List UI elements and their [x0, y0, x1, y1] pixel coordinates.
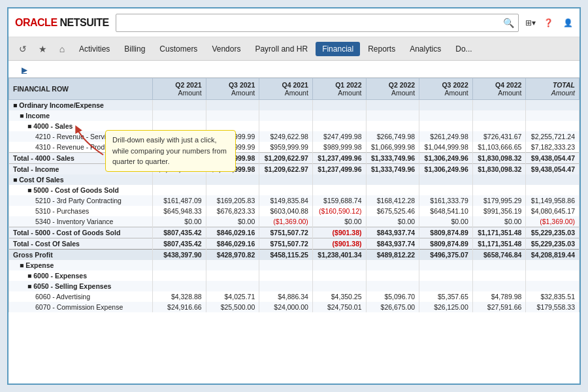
- row-value: [312, 260, 366, 270]
- row-value: [259, 185, 313, 195]
- app-window: ORACLE NETSUITE 🔍 ⊞▾ ❓ 👤 ↺ ★ ⌂ Activitie…: [7, 7, 581, 385]
- row-value: $4,789.98: [472, 291, 526, 302]
- row-value: [419, 270, 473, 281]
- row-label[interactable]: 5340 - Inventory Variance: [9, 216, 153, 227]
- row-value: $1,237,499.96: [312, 153, 366, 164]
- row-value: $25,500.00: [206, 302, 259, 312]
- row-value: $1,209,622.97: [259, 153, 313, 164]
- row-label: ■ 5000 - Cost of Goods Sold: [9, 185, 153, 195]
- nav-billing[interactable]: Billing: [118, 42, 152, 56]
- row-value: $846,029.16: [206, 238, 259, 250]
- nav-star-icon[interactable]: ★: [33, 40, 52, 58]
- nav-customers[interactable]: Customers: [153, 42, 204, 56]
- row-value: [206, 185, 259, 195]
- row-value: $1,103,666.65: [472, 142, 526, 153]
- row-label: ■ Cost Of Sales: [9, 174, 153, 185]
- row-value: $1,830,098.32: [472, 153, 526, 164]
- row-value: [419, 121, 473, 131]
- row-value: $645,948.33: [153, 206, 206, 216]
- row-value: [526, 100, 580, 111]
- row-value: [153, 185, 206, 195]
- row-value: [206, 260, 259, 270]
- table-row: ■ 5000 - Cost of Goods Sold: [9, 185, 580, 195]
- nav-financial[interactable]: Financial: [316, 42, 360, 56]
- row-value: [206, 110, 259, 121]
- row-value: [312, 270, 366, 281]
- table-row: ■ Income: [9, 110, 580, 121]
- row-value: $4,208,819.44: [526, 250, 580, 261]
- row-label[interactable]: 6060 - Advertising: [9, 291, 153, 302]
- row-value: [419, 174, 473, 185]
- nav-vendors[interactable]: Vendors: [205, 42, 247, 56]
- help-button[interactable]: ❓: [544, 18, 555, 27]
- table-row: Total - Cost Of Sales$807,435.42$846,029…: [9, 238, 580, 250]
- row-value: $1,306,249.96: [419, 153, 473, 164]
- row-value: ($901.38): [312, 238, 366, 250]
- row-value: $809,874.89: [419, 227, 473, 238]
- row-value: $1,171,351.48: [472, 227, 526, 238]
- row-value: $149,835.84: [259, 195, 313, 206]
- row-value: $1,237,499.96: [312, 164, 366, 175]
- grid-icon: ⊞▾: [525, 18, 536, 27]
- row-value: [206, 270, 259, 281]
- row-value: $1,238,401.34: [312, 250, 366, 261]
- col-header-total: TOTALAmount: [526, 78, 580, 100]
- row-value: $658,746.84: [472, 250, 526, 261]
- row-value: $489,812.22: [366, 250, 419, 261]
- row-value: $751,507.72: [259, 238, 313, 250]
- view-detail-link[interactable]: ▶: [22, 66, 28, 74]
- row-label[interactable]: 5210 - 3rd Party Contracting: [9, 195, 153, 206]
- row-label: ■ Ordinary Income/Expense: [9, 100, 153, 111]
- table-container: Drill-down easily with just a click, whi…: [8, 78, 580, 384]
- row-value: [206, 174, 259, 185]
- row-value: [472, 270, 526, 281]
- nav-reports[interactable]: Reports: [361, 42, 402, 56]
- view-detail-icon: ▶: [22, 66, 27, 74]
- nav-payroll[interactable]: Payroll and HR: [248, 42, 314, 56]
- row-value: [259, 270, 313, 281]
- row-value: [419, 110, 473, 121]
- search-icon[interactable]: 🔍: [503, 18, 514, 28]
- row-value: $249,622.98: [259, 131, 313, 142]
- nav-activities[interactable]: Activities: [73, 42, 116, 56]
- row-value: $1,171,351.48: [472, 238, 526, 250]
- table-row: 5310 - Purchases$645,948.33$676,823.33$6…: [9, 206, 580, 216]
- row-label[interactable]: 5310 - Purchases: [9, 206, 153, 216]
- user-icon: 👤: [563, 18, 573, 27]
- row-value: [153, 281, 206, 291]
- search-bar[interactable]: 🔍: [116, 14, 519, 32]
- row-value: $4,886.34: [259, 291, 313, 302]
- row-value: [259, 281, 313, 291]
- col-header-row-label: FINANCIAL ROW: [9, 78, 153, 100]
- row-value: [472, 185, 526, 195]
- row-value: $9,438,054.47: [526, 153, 580, 164]
- row-value: $0.00: [419, 216, 473, 227]
- row-value: [206, 281, 259, 291]
- row-value: $807,435.42: [153, 238, 206, 250]
- nav-refresh-icon[interactable]: ↺: [14, 40, 32, 58]
- user-icon-button[interactable]: 👤: [563, 18, 573, 27]
- search-input[interactable]: [120, 18, 503, 27]
- row-value: $1,044,999.98: [419, 142, 473, 153]
- row-value: $26,125.00: [419, 302, 473, 312]
- grid-icon-button[interactable]: ⊞▾: [525, 18, 536, 27]
- row-value: [312, 100, 366, 111]
- row-label[interactable]: 6070 - Commission Expense: [9, 302, 153, 312]
- nav-more[interactable]: Do...: [449, 42, 478, 56]
- row-value: $1,306,249.96: [419, 164, 473, 175]
- row-value: $5,096.70: [366, 291, 419, 302]
- row-value: $438,397.90: [153, 250, 206, 261]
- col-header-q3-2022: Q3 2022Amount: [419, 78, 473, 100]
- row-value: [419, 185, 473, 195]
- row-value: $24,916.66: [153, 302, 206, 312]
- row-value: $4,080,645.17: [526, 206, 580, 216]
- nav-bar: ↺ ★ ⌂ Activities Billing Customers Vendo…: [8, 37, 580, 61]
- row-value: [472, 281, 526, 291]
- row-value: [153, 270, 206, 281]
- row-value: $959,999.99: [259, 142, 313, 153]
- row-value: $989,999.98: [312, 142, 366, 153]
- nav-home-icon[interactable]: ⌂: [53, 40, 71, 58]
- row-value: $1,149,958.86: [526, 195, 580, 206]
- nav-analytics[interactable]: Analytics: [403, 42, 448, 56]
- table-row: 6060 - Advertising$4,328.88$4,025.71$4,8…: [9, 291, 580, 302]
